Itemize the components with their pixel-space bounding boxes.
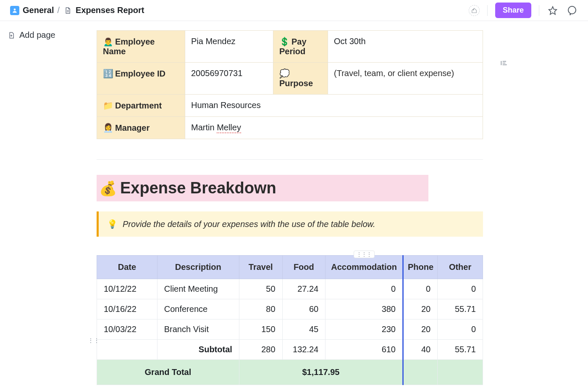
- grand-total-label: Grand Total: [97, 360, 239, 385]
- col-description[interactable]: Description: [157, 256, 239, 279]
- outline-icon[interactable]: [500, 61, 508, 69]
- bulb-icon: 💡: [107, 219, 118, 229]
- expense-table-wrap: ⋮⋮ Date Description Travel Food ⋮⋮⋮Accom…: [97, 255, 483, 385]
- divider: [97, 159, 483, 160]
- topbar: General / Expenses Report Share: [0, 0, 588, 21]
- document-icon: [63, 6, 72, 15]
- svg-point-0: [14, 8, 16, 11]
- cell-travel[interactable]: 150: [239, 319, 282, 340]
- cell-other[interactable]: 55.71: [438, 299, 483, 319]
- table-row[interactable]: 10/03/22Branch Visit15045230200: [97, 319, 483, 340]
- manager-value[interactable]: Martin Melley: [185, 117, 483, 139]
- col-accommodation[interactable]: ⋮⋮⋮Accommodation: [326, 256, 403, 279]
- subtotal-travel: 280: [239, 340, 282, 360]
- employee-name-value[interactable]: Pia Mendez: [185, 31, 273, 63]
- subtotal-food: 132.24: [282, 340, 326, 360]
- svg-marker-4: [549, 6, 556, 14]
- cell-accommodation[interactable]: 380: [326, 299, 403, 319]
- col-date[interactable]: Date: [97, 256, 158, 279]
- pay-period-value[interactable]: Oct 30th: [328, 31, 483, 63]
- breadcrumb-separator: /: [57, 5, 60, 15]
- grand-total-row: Grand Total $1,117.95: [97, 360, 483, 385]
- cell-date[interactable]: 10/03/22: [97, 319, 158, 340]
- manager-label: Manager: [115, 123, 150, 132]
- cell-phone[interactable]: 20: [403, 299, 438, 319]
- subtotal-accommodation: 610: [326, 340, 403, 360]
- cell-travel[interactable]: 80: [239, 299, 282, 319]
- topbar-actions: Share: [469, 3, 578, 18]
- number-icon: 🔢: [103, 69, 113, 78]
- cell-food[interactable]: 27.24: [282, 279, 326, 299]
- divider: [487, 5, 488, 16]
- cell-date[interactable]: 10/12/22: [97, 279, 158, 299]
- purpose-value[interactable]: (Travel, team, or client expense): [328, 63, 483, 95]
- cell-description[interactable]: Conference: [157, 299, 239, 319]
- cell-other[interactable]: 0: [438, 319, 483, 340]
- section-heading: 💰 Expense Breakdown: [97, 175, 428, 201]
- divider: [539, 5, 539, 16]
- subtotal-label: Subtotal: [157, 340, 239, 360]
- employee-info-table: 🙍‍♂️Employee Name Pia Mendez 💲Pay Period…: [97, 30, 483, 139]
- add-page-button[interactable]: Add page: [8, 30, 89, 40]
- breadcrumb: General / Expenses Report: [10, 5, 144, 15]
- section-title: Expense Breakdown: [120, 179, 276, 197]
- department-label: Department: [115, 101, 162, 110]
- moneybag-icon: 💰: [99, 180, 117, 197]
- col-food[interactable]: Food: [282, 256, 326, 279]
- cell-food[interactable]: 45: [282, 319, 326, 340]
- document-content: 🙍‍♂️Employee Name Pia Mendez 💲Pay Period…: [97, 21, 483, 385]
- col-phone[interactable]: Phone: [403, 256, 438, 279]
- money-icon: 💲: [279, 37, 290, 46]
- col-travel[interactable]: Travel: [239, 256, 282, 279]
- sidebar: Add page: [0, 21, 97, 49]
- expense-table: Date Description Travel Food ⋮⋮⋮Accommod…: [97, 255, 483, 385]
- cell-date[interactable]: 10/16/22: [97, 299, 158, 319]
- row-drag-handle[interactable]: ⋮⋮: [89, 336, 98, 345]
- tag-icon[interactable]: [469, 5, 480, 16]
- cell-phone[interactable]: 20: [403, 319, 438, 340]
- cell-phone[interactable]: 0: [403, 279, 438, 299]
- grand-total-value: $1,117.95: [239, 360, 403, 385]
- subtotal-phone: 40: [403, 340, 438, 360]
- cell-travel[interactable]: 50: [239, 279, 282, 299]
- table-row[interactable]: 10/12/22Client Meeting5027.24000: [97, 279, 483, 299]
- cell-accommodation[interactable]: 230: [326, 319, 403, 340]
- cell-description[interactable]: Client Meeting: [157, 279, 239, 299]
- svg-point-5: [568, 6, 576, 14]
- cell-description[interactable]: Branch Visit: [157, 319, 239, 340]
- employee-id-value[interactable]: 20056970731: [185, 63, 273, 95]
- col-other[interactable]: Other: [438, 256, 483, 279]
- column-drag-handle[interactable]: ⋮⋮⋮: [354, 251, 375, 258]
- subtotal-other: 55.71: [438, 340, 483, 360]
- breadcrumb-current[interactable]: Expenses Report: [76, 5, 144, 15]
- subtotal-row: Subtotal 280 132.24 610 40 55.71: [97, 340, 483, 360]
- svg-point-3: [473, 9, 474, 10]
- star-icon[interactable]: [547, 5, 559, 16]
- person-icon: [10, 6, 19, 15]
- folder-icon: 📁: [103, 101, 113, 110]
- purpose-label: Purpose: [279, 79, 313, 88]
- share-button[interactable]: Share: [495, 3, 531, 18]
- cell-other[interactable]: 0: [438, 279, 483, 299]
- employee-icon: 🙍‍♂️: [103, 37, 113, 46]
- right-gutter: [483, 21, 588, 69]
- department-value[interactable]: Human Resources: [185, 95, 483, 117]
- cell-accommodation[interactable]: 0: [326, 279, 403, 299]
- table-row[interactable]: 10/16/22Conference80603802055.71: [97, 299, 483, 319]
- callout: 💡Provide the details of your expenses wi…: [97, 211, 483, 237]
- main-area: Add page 🙍‍♂️Employee Name Pia Mendez 💲P…: [0, 21, 588, 385]
- callout-text: Provide the details of your expenses wit…: [123, 219, 375, 229]
- breadcrumb-parent[interactable]: General: [23, 5, 54, 15]
- cell-food[interactable]: 60: [282, 299, 326, 319]
- purpose-icon: 💭: [279, 69, 290, 78]
- comment-icon[interactable]: [566, 5, 578, 16]
- manager-icon: 👩‍💼: [103, 123, 113, 132]
- add-page-label: Add page: [19, 30, 55, 40]
- employee-id-label: Employee ID: [115, 69, 165, 78]
